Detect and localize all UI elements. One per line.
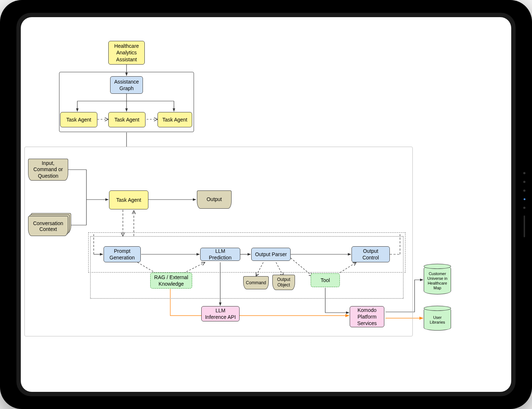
node-task-agent-2: Task Agent	[108, 112, 145, 127]
doc-label: Output	[206, 196, 222, 203]
node-root: Healthcare Analytics Assistant	[108, 41, 145, 65]
node-task-agent-1: Task Agent	[60, 112, 97, 127]
node-label: LLM Inference API	[205, 307, 236, 320]
tablet-sensor-dots	[523, 172, 525, 237]
node-label: Task Agent	[116, 197, 141, 203]
node-output-parser: Output Parser	[251, 248, 291, 261]
cylinder-label: Customer Universe in Healthcare Map	[425, 271, 450, 291]
doc-label: Output Object	[276, 277, 292, 288]
node-label: Assistance Graph	[113, 78, 140, 92]
pipeline-dotted-container	[90, 236, 404, 299]
node-output-control: Output Control	[352, 246, 390, 262]
node-task-agent-3: Task Agent	[158, 112, 192, 127]
cylinder-user-libraries: User Libraries	[424, 307, 451, 331]
node-label: Task Agent	[162, 116, 187, 123]
node-label: Output Parser	[255, 251, 287, 258]
cylinder-customer-universe: Customer Universe in Healthcare Map	[424, 265, 451, 294]
node-label: Task Agent	[114, 116, 140, 123]
node-label: RAG / External Knowledge	[154, 274, 189, 287]
node-task-agent-center: Task Agent	[109, 190, 148, 209]
node-rag: RAG / External Knowledge	[150, 273, 192, 289]
node-prompt-generation: Prompt Generation	[104, 246, 141, 262]
doc-stack-context: Conversation Context	[28, 216, 68, 236]
node-label: Komodo Platform Services	[353, 307, 381, 327]
node-label: Task Agent	[66, 116, 92, 123]
doc-input: Input, Command or Question	[28, 159, 68, 181]
diagram-canvas: Healthcare Analytics Assistant Assistanc…	[21, 17, 511, 392]
node-komodo: Komodo Platform Services	[350, 306, 384, 327]
doc-command: Command	[243, 276, 269, 289]
tablet-frame: Healthcare Analytics Assistant Assistanc…	[0, 0, 532, 409]
doc-label: Command	[246, 280, 266, 286]
screen: Healthcare Analytics Assistant Assistanc…	[21, 17, 511, 392]
doc-label: Conversation Context	[31, 220, 66, 232]
node-label: Output Control	[355, 248, 387, 261]
doc-label: Input, Command or Question	[31, 160, 65, 180]
doc-output-object: Output Object	[272, 275, 295, 290]
node-label: Healthcare Analytics Assistant	[112, 43, 141, 63]
node-label: LLM Prediction	[203, 248, 237, 261]
tablet-bezel: Healthcare Analytics Assistant Assistanc…	[16, 13, 516, 396]
cylinder-label: User Libraries	[425, 315, 450, 325]
doc-output: Output	[197, 190, 232, 209]
node-label: Prompt Generation	[107, 248, 137, 261]
node-tool: Tool	[311, 273, 340, 287]
node-assistance-graph: Assistance Graph	[110, 76, 143, 94]
node-llm-api: LLM Inference API	[201, 306, 240, 321]
node-label: Tool	[321, 277, 330, 283]
node-llm-prediction: LLM Prediction	[200, 248, 240, 261]
